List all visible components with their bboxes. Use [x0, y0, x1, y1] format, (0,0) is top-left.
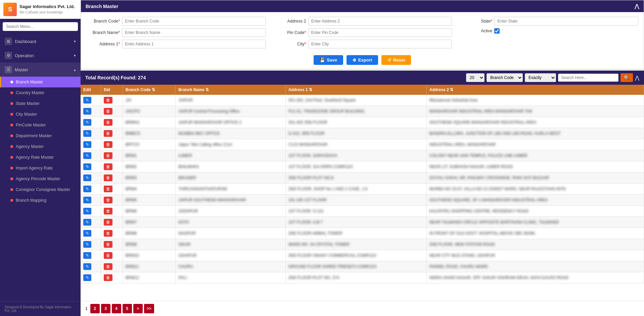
edit-button[interactable]: ✎	[83, 163, 91, 170]
edit-button[interactable]: ✎	[83, 186, 91, 192]
col-address2[interactable]: Address 2 ⇅	[426, 85, 644, 95]
edit-button[interactable]: ✎	[83, 274, 91, 281]
delete-button[interactable]: 🗑	[104, 186, 112, 192]
form-panel-title: Branch Master	[86, 4, 118, 9]
delete-button[interactable]: 🗑	[104, 197, 112, 203]
sidebar-item-branch-master[interactable]: Branch Master	[0, 77, 81, 87]
address2-input[interactable]	[308, 17, 452, 26]
sidebar-item-operation[interactable]: ⚙ Operation ▾	[0, 48, 81, 63]
delete-button[interactable]: 🗑	[104, 141, 112, 148]
sidebar-item-city-master[interactable]: City Master	[0, 109, 81, 120]
per-page-select[interactable]: 10 20 50 100	[466, 73, 485, 82]
delete-button[interactable]: 🗑	[104, 174, 112, 181]
edit-button[interactable]: ✎	[83, 152, 91, 159]
delete-button[interactable]: 🗑	[104, 152, 112, 159]
edit-button[interactable]: ✎	[83, 141, 91, 148]
sidebar-item-branch-mapping-label: Branch Mapping	[16, 198, 46, 203]
page-last-button[interactable]: >>	[144, 304, 154, 313]
edit-button[interactable]: ✎	[83, 241, 91, 248]
edit-button[interactable]: ✎	[83, 97, 91, 104]
sidebar-item-department-master[interactable]: Department Master	[0, 130, 81, 141]
page-button-5[interactable]: 5	[123, 304, 132, 313]
edit-button[interactable]: ✎	[83, 208, 91, 214]
sidebar-item-master-label: Master	[15, 67, 28, 72]
city-input[interactable]	[308, 40, 452, 48]
sidebar-item-agency-master[interactable]: Agency Master	[0, 141, 81, 152]
delete-button[interactable]: 🗑	[104, 97, 112, 104]
col-address1[interactable]: Address 1 ⇅	[285, 85, 426, 95]
sidebar-item-agency-rate-master[interactable]: Agency Rate Master	[0, 152, 81, 163]
edit-button[interactable]: ✎	[83, 119, 91, 126]
save-button[interactable]: 💾 Save	[314, 55, 343, 65]
page-button-2[interactable]: 2	[90, 304, 100, 313]
form-panel: Branch Master ⋀ Branch Code* Branch Name…	[81, 0, 644, 69]
address1-cell: C115 MANSAROVAR	[285, 139, 426, 150]
sidebar-item-country-master-label: Country Master	[16, 90, 44, 95]
delete-button[interactable]: 🗑	[104, 208, 112, 214]
sidebar-item-import-agency-rate[interactable]: Import Agency Rate	[0, 163, 81, 173]
page-button-4[interactable]: 4	[112, 304, 121, 313]
delete-button[interactable]: 🗑	[104, 230, 112, 237]
sidebar-search-input[interactable]	[3, 22, 78, 31]
master-icon: ☰	[5, 66, 12, 73]
delete-button[interactable]: 🗑	[104, 163, 112, 170]
edit-cell: ✎	[81, 150, 101, 161]
active-checkbox[interactable]	[494, 28, 500, 34]
edit-button[interactable]: ✎	[83, 252, 91, 259]
state-label: State*	[459, 19, 492, 24]
sidebar-item-agency-pincode-master[interactable]: Agency Pincode Master	[0, 173, 81, 184]
branch-name-input[interactable]	[122, 28, 266, 37]
page-button-3[interactable]: 3	[101, 304, 110, 313]
col-branch-code[interactable]: Branch Code ⇅	[123, 85, 176, 95]
del-cell: 🗑	[101, 272, 123, 283]
table-search-button[interactable]: 🔍	[620, 73, 633, 82]
collapse-table-button[interactable]: ⋀	[635, 75, 639, 81]
table-row: ✎ 🗑 JAI JAIPUR 201-202, 2nd Floor, South…	[81, 95, 644, 106]
collapse-form-button[interactable]: ⋀	[635, 3, 639, 9]
pincode-input[interactable]	[308, 28, 452, 37]
edit-button[interactable]: ✎	[83, 197, 91, 203]
address1-input[interactable]	[122, 40, 266, 48]
export-button[interactable]: ⊕ Export	[347, 55, 378, 65]
filter-field-select[interactable]: Branch Code Branch Name Address 1	[487, 73, 523, 82]
delete-button[interactable]: 🗑	[104, 130, 112, 137]
delete-button[interactable]: 🗑	[104, 241, 112, 248]
col-branch-name[interactable]: Branch Name ⇅	[176, 85, 285, 95]
branch-code-input[interactable]	[122, 17, 266, 26]
delete-button[interactable]: 🗑	[104, 263, 112, 270]
sidebar-item-master[interactable]: ☰ Master ▴	[0, 63, 81, 77]
sidebar-item-pincode-master[interactable]: PinCode Master	[0, 120, 81, 130]
delete-button[interactable]: 🗑	[104, 219, 112, 226]
del-cell: 🗑	[101, 106, 123, 117]
reset-button[interactable]: ↺ Reset	[381, 55, 411, 65]
sidebar-item-pincode-master-label: PinCode Master	[16, 123, 46, 127]
edit-button[interactable]: ✎	[83, 263, 91, 270]
filter-type-select[interactable]: Exactly Contains Starts With	[525, 73, 556, 82]
city-row: City*	[273, 40, 452, 48]
edit-button[interactable]: ✎	[83, 108, 91, 115]
state-input[interactable]	[494, 17, 638, 26]
table-search-input[interactable]	[558, 74, 618, 82]
sidebar-item-consignor-consignee-master[interactable]: Consignor Consignee Master	[0, 184, 81, 195]
address2-cell: BANDRA-ELLORA, JUNCTION OF LBS AND LBS R…	[426, 128, 644, 139]
sidebar-item-dashboard[interactable]: ⊞ Dashboard ▾	[0, 34, 81, 48]
dot-icon	[10, 91, 13, 94]
delete-button[interactable]: 🗑	[104, 252, 112, 259]
branch-name-cell: THIRUVANANTHAPURAM	[176, 184, 285, 195]
active-row: Active	[459, 28, 638, 34]
delete-button[interactable]: 🗑	[104, 119, 112, 126]
table-row: ✎ 🗑 BRM6 JODHPUR 1ST FLOOR, S-131 KALPAT…	[81, 206, 644, 217]
sidebar-item-country-master[interactable]: Country Master	[0, 87, 81, 98]
page-next-button[interactable]: >	[133, 304, 143, 313]
delete-button[interactable]: 🗑	[104, 108, 112, 115]
sidebar-item-state-master[interactable]: State Master	[0, 98, 81, 109]
address2-label: Address 2	[273, 19, 306, 24]
edit-button[interactable]: ✎	[83, 130, 91, 137]
edit-button[interactable]: ✎	[83, 230, 91, 237]
sidebar-item-branch-mapping[interactable]: Branch Mapping	[0, 195, 81, 206]
delete-button[interactable]: 🗑	[104, 274, 112, 281]
edit-button[interactable]: ✎	[83, 219, 91, 226]
edit-button[interactable]: ✎	[83, 174, 91, 181]
dot-icon	[10, 199, 13, 202]
branch-code-cell: BRTCO	[123, 139, 176, 150]
